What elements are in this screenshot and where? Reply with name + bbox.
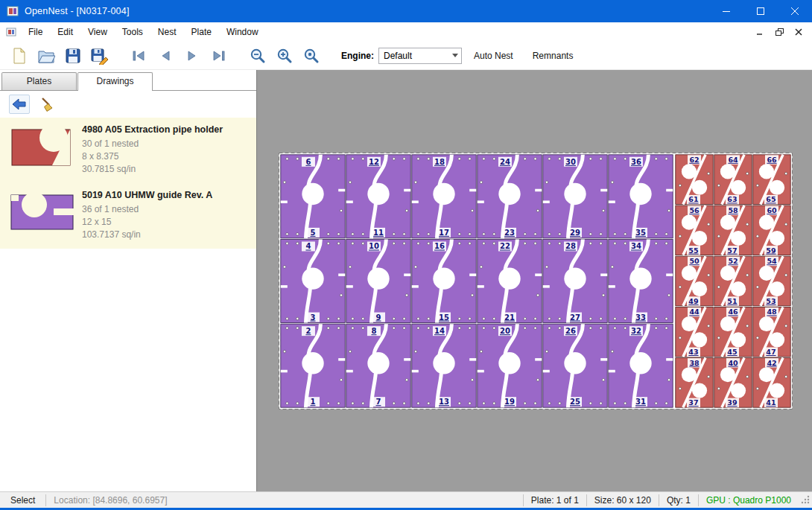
drawing-title: 5019 A10 UHMW guide Rev. A xyxy=(82,190,212,200)
nest-part-pair[interactable]: 5251 xyxy=(714,256,752,306)
nest-part-pair[interactable]: 65 xyxy=(281,155,345,238)
svg-text:33: 33 xyxy=(635,313,646,322)
drawing-nested-count: 36 of 1 nested xyxy=(82,203,212,216)
window-title: OpenNest - [N0317-004] xyxy=(25,6,130,16)
open-button[interactable] xyxy=(33,44,60,68)
nest-part-pair[interactable]: 4645 xyxy=(714,307,752,357)
svg-text:53: 53 xyxy=(766,297,775,305)
drawing-area: 30.7815 sq/in xyxy=(82,163,223,176)
nest-part-pair[interactable]: 5453 xyxy=(753,256,790,306)
svg-text:25: 25 xyxy=(570,398,580,406)
nest-part-pair[interactable]: 1413 xyxy=(412,324,476,407)
zoom-in-button[interactable] xyxy=(271,44,298,68)
tab-plates[interactable]: Plates xyxy=(1,72,77,90)
nest-part-pair[interactable]: 5049 xyxy=(676,256,713,306)
nest-part-pair[interactable]: 6059 xyxy=(753,205,790,255)
svg-text:43: 43 xyxy=(688,348,698,356)
engine-select[interactable]: Default xyxy=(378,48,462,64)
mdi-close-button[interactable] xyxy=(790,25,808,39)
svg-text:64: 64 xyxy=(728,156,738,164)
svg-text:15: 15 xyxy=(439,313,449,322)
previous-plate-button[interactable] xyxy=(152,44,179,68)
svg-text:47: 47 xyxy=(766,348,775,356)
svg-text:38: 38 xyxy=(689,359,700,367)
status-plate: Plate: 1 of 1 xyxy=(524,495,586,506)
nest-part-pair[interactable]: 2019 xyxy=(478,324,542,407)
menu-window[interactable]: Window xyxy=(219,23,266,41)
nest-canvas[interactable]: 6512111817242330293635431091615222128273… xyxy=(257,70,812,491)
maximize-button[interactable] xyxy=(743,0,778,22)
part-thumbnail-purple xyxy=(7,189,77,241)
svg-text:27: 27 xyxy=(570,313,580,322)
nest-part-pair[interactable]: 1211 xyxy=(346,155,410,238)
resize-grip-icon[interactable] xyxy=(799,494,812,506)
nest-part-pair[interactable]: 4039 xyxy=(714,358,752,408)
first-plate-button[interactable] xyxy=(125,44,152,68)
nest-part-pair[interactable]: 6665 xyxy=(753,155,790,205)
svg-text:45: 45 xyxy=(727,348,737,356)
minimize-button[interactable] xyxy=(709,0,743,22)
zoom-fit-button[interactable] xyxy=(298,44,325,68)
drawing-nested-count: 30 of 1 nested xyxy=(82,138,223,150)
menu-plate[interactable]: Plate xyxy=(184,23,219,41)
status-gpu: GPU : Quadro P1000 xyxy=(699,495,799,506)
menu-file[interactable]: File xyxy=(21,23,50,41)
drawing-item-uhmw-guide[interactable]: 5019 A10 UHMW guide Rev. A 36 of 1 neste… xyxy=(0,183,256,249)
save-as-button[interactable] xyxy=(86,44,113,68)
nest-part-pair[interactable]: 6463 xyxy=(714,155,752,205)
nest-part-pair[interactable]: 1817 xyxy=(412,155,476,238)
nest-part-pair[interactable]: 87 xyxy=(346,324,410,407)
status-location: Location: [84.8696, 60.6957] xyxy=(46,495,174,506)
svg-text:50: 50 xyxy=(689,257,700,265)
mdi-restore-button[interactable] xyxy=(770,25,788,39)
nest-part-pair[interactable]: 21 xyxy=(281,324,345,407)
chevron-down-icon[interactable] xyxy=(449,54,461,57)
menu-edit[interactable]: Edit xyxy=(50,23,80,41)
nest-part-pair[interactable]: 2625 xyxy=(543,324,607,407)
nest-part-pair[interactable]: 3433 xyxy=(609,239,673,322)
main-toolbar: Engine: Default Auto Nest Remnants xyxy=(0,42,812,70)
left-panel: Plates Drawings xyxy=(0,70,257,491)
nest-part-pair[interactable]: 109 xyxy=(346,239,410,322)
menu-view[interactable]: View xyxy=(80,23,115,41)
svg-text:57: 57 xyxy=(727,246,737,255)
nest-part-pair[interactable]: 3635 xyxy=(609,155,673,238)
next-plate-button[interactable] xyxy=(179,44,206,68)
nest-part-pair[interactable]: 3837 xyxy=(676,358,713,408)
clean-broom-button[interactable] xyxy=(37,95,58,114)
nest-part-pair[interactable]: 4847 xyxy=(753,307,790,357)
nest-part-pair[interactable]: 4241 xyxy=(753,358,790,408)
svg-text:37: 37 xyxy=(688,398,698,407)
auto-nest-button[interactable]: Auto Nest xyxy=(466,46,521,66)
nest-part-pair[interactable]: 3029 xyxy=(543,155,607,238)
close-button[interactable] xyxy=(778,0,812,22)
nest-part-pair[interactable]: 5655 xyxy=(676,205,713,255)
nest-part-pair[interactable]: 2423 xyxy=(478,155,542,238)
zoom-out-button[interactable] xyxy=(244,44,271,68)
menu-nest[interactable]: Nest xyxy=(150,23,184,41)
remnants-button[interactable]: Remnants xyxy=(525,46,581,66)
import-drawing-button[interactable] xyxy=(9,95,30,114)
nest-part-pair[interactable]: 1615 xyxy=(412,239,476,322)
svg-text:2: 2 xyxy=(305,327,311,335)
svg-text:18: 18 xyxy=(434,158,445,166)
engine-label: Engine: xyxy=(341,51,374,61)
mdi-minimize-button[interactable] xyxy=(751,25,769,39)
nest-part-pair[interactable]: 4443 xyxy=(676,307,713,357)
nest-part-pair[interactable]: 43 xyxy=(281,239,345,322)
menubar: File Edit View Tools Nest Plate Window xyxy=(0,22,812,42)
tab-drawings[interactable]: Drawings xyxy=(77,72,153,91)
document-icon[interactable] xyxy=(6,27,16,37)
new-button[interactable] xyxy=(6,44,33,68)
nest-part-pair[interactable]: 5857 xyxy=(714,205,752,255)
save-button[interactable] xyxy=(60,44,86,68)
menu-tools[interactable]: Tools xyxy=(115,23,150,41)
nest-part-pair[interactable]: 3231 xyxy=(609,324,673,407)
drawing-item-extraction-pipe-holder[interactable]: 4980 A05 Extraction pipe holder 30 of 1 … xyxy=(0,118,256,183)
nest-part-pair[interactable]: 2827 xyxy=(543,239,607,322)
plate[interactable]: 6512111817242330293635431091615222128273… xyxy=(279,153,793,409)
svg-text:8: 8 xyxy=(371,327,376,335)
nest-part-pair[interactable]: 6261 xyxy=(676,155,713,205)
nest-part-pair[interactable]: 2221 xyxy=(478,239,542,322)
last-plate-button[interactable] xyxy=(206,44,232,68)
